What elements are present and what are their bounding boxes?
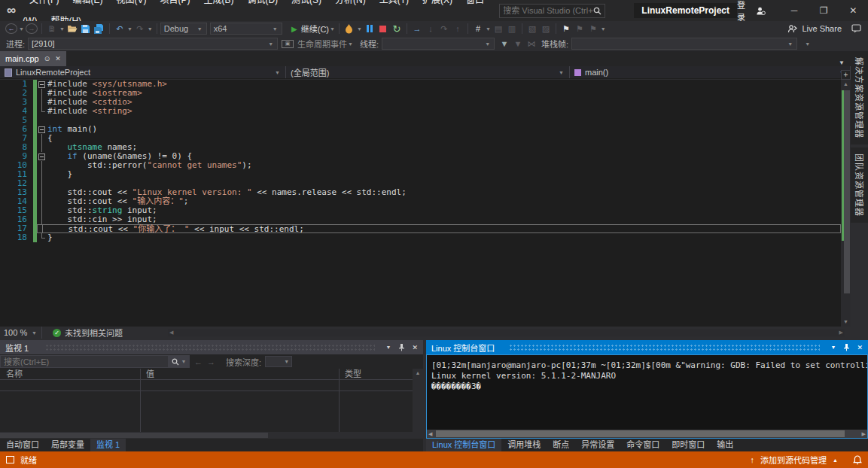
console-output[interactable]: [01;32m[manjaro@manjaro-pc[01;37m ~[01;3… bbox=[426, 354, 868, 439]
quick-search-box[interactable] bbox=[499, 4, 605, 18]
scroll-down-icon[interactable]: ▼ bbox=[841, 318, 851, 327]
close-panel-icon[interactable]: ✕ bbox=[412, 344, 418, 351]
hex-display-dropdown[interactable]: ▼ bbox=[486, 26, 491, 32]
maximize-button[interactable]: ❐ bbox=[809, 0, 839, 21]
window-menu-icon[interactable]: ▼ bbox=[831, 345, 836, 350]
menu-item[interactable]: 视图(V) bbox=[109, 0, 153, 5]
watch-panel-tab[interactable]: 局部变量 bbox=[45, 439, 90, 451]
undo-icon[interactable]: ↶ bbox=[114, 23, 126, 35]
sign-in-button[interactable]: 登录 bbox=[737, 0, 766, 23]
code-line[interactable]: 5 bbox=[0, 116, 841, 125]
console-panel-tab[interactable]: 异常设置 bbox=[575, 439, 620, 451]
search-depth-dropdown[interactable]: ▼ bbox=[265, 356, 292, 367]
column-separator[interactable] bbox=[339, 369, 340, 439]
bookmark-icon[interactable]: ⚑ bbox=[560, 23, 572, 35]
menu-item[interactable]: 项目(P) bbox=[153, 0, 196, 5]
code-line[interactable]: 17 std::cout << "你输入了： " << input << std… bbox=[0, 224, 841, 233]
menu-item[interactable]: 测试(S) bbox=[285, 0, 328, 5]
close-button[interactable]: ✕ bbox=[839, 0, 868, 21]
apply-code-changes-dropdown[interactable]: ▼ bbox=[357, 26, 362, 32]
column-header-type[interactable]: 类型 bbox=[339, 369, 413, 380]
watch-vertical-scrollbar[interactable]: ▲ bbox=[413, 369, 423, 439]
pin-icon[interactable] bbox=[843, 343, 850, 351]
new-file-icon[interactable]: 🗎 bbox=[46, 23, 58, 35]
apply-code-changes-icon[interactable] bbox=[343, 23, 355, 35]
bookmark-dropdown[interactable]: ▼ bbox=[601, 26, 606, 32]
tab-main-cpp[interactable]: main.cpp ⊙ ✕ bbox=[0, 51, 66, 66]
notifications-bell-icon[interactable] bbox=[853, 455, 862, 465]
editor-horizontal-scrollbar[interactable]: ◀ ▶ bbox=[168, 329, 845, 336]
step-backward-icon[interactable]: ▧ bbox=[526, 23, 538, 35]
console-panel-tab[interactable]: 断点 bbox=[547, 439, 575, 451]
navigate-back-icon[interactable]: ← bbox=[5, 23, 17, 34]
step-out-icon[interactable]: ↑ bbox=[452, 23, 464, 35]
source-control-dropdown-icon[interactable]: ▲ bbox=[833, 457, 838, 463]
undo-dropdown[interactable]: ▼ bbox=[127, 26, 132, 32]
redo-icon[interactable]: ↷ bbox=[134, 23, 146, 35]
scrollbar-thumb[interactable] bbox=[436, 430, 845, 437]
lifecycle-events-icon[interactable]: ▣ bbox=[282, 40, 294, 48]
scroll-up-icon[interactable]: ▲ bbox=[413, 369, 423, 378]
step-forward-icon[interactable]: ▨ bbox=[540, 23, 552, 35]
stop-debugging-icon[interactable] bbox=[377, 23, 389, 35]
scroll-right-icon[interactable]: ▶ bbox=[862, 430, 866, 438]
column-separator[interactable] bbox=[140, 369, 141, 439]
watch-horizontal-scrollbar[interactable] bbox=[0, 432, 413, 439]
pin-icon[interactable] bbox=[398, 343, 405, 351]
navigate-back-dropdown[interactable]: ▼ bbox=[19, 26, 24, 32]
watch-search-button[interactable]: ▼ bbox=[169, 355, 190, 368]
watch-panel-tab[interactable]: 自动窗口 bbox=[0, 439, 45, 451]
sidebar-tab-team-explorer[interactable]: 团队资源管理器 bbox=[851, 147, 868, 223]
fold-margin[interactable] bbox=[37, 125, 47, 134]
new-file-dropdown[interactable]: ▼ bbox=[59, 26, 65, 32]
save-all-icon[interactable] bbox=[93, 23, 105, 35]
fold-margin[interactable] bbox=[37, 80, 47, 89]
solution-platform-dropdown[interactable]: x64▼ bbox=[210, 23, 282, 35]
redo-dropdown[interactable]: ▼ bbox=[148, 26, 153, 32]
restart-icon[interactable]: ↻ bbox=[391, 23, 403, 35]
watch-grid[interactable]: 名称 值 类型 ▲ bbox=[0, 369, 423, 439]
code-line[interactable]: 4#include <string> bbox=[0, 107, 841, 116]
symbol-dropdown[interactable]: main() ▼ bbox=[570, 66, 851, 78]
zoom-dropdown[interactable]: 100 % ▼ bbox=[0, 327, 42, 339]
watch-search-input[interactable] bbox=[4, 357, 165, 366]
active-files-dropdown-icon[interactable]: ▼ bbox=[833, 59, 851, 66]
show-next-statement-icon[interactable]: → bbox=[411, 23, 423, 35]
toggle-flagged-icon[interactable]: ⋈ bbox=[525, 38, 538, 50]
watch-title-bar[interactable]: 监视 1 ▼ ✕ bbox=[0, 340, 423, 354]
code-line[interactable]: 10 std::perror("cannot get unames"); bbox=[0, 161, 841, 170]
quick-search-input[interactable] bbox=[503, 6, 593, 15]
close-panel-icon[interactable]: ✕ bbox=[857, 344, 863, 351]
console-panel-tab[interactable]: 调用堆栈 bbox=[501, 439, 547, 451]
scroll-right-icon[interactable]: ▶ bbox=[839, 329, 843, 336]
splitter-handle-icon[interactable]: + bbox=[841, 70, 851, 80]
lifecycle-events-label[interactable]: 生命周期事件 bbox=[297, 38, 347, 50]
break-all-icon[interactable] bbox=[364, 23, 376, 35]
console-panel-tab[interactable]: Linux 控制台窗口 bbox=[426, 439, 501, 451]
menu-item[interactable]: 生成(B) bbox=[196, 0, 240, 5]
menu-item[interactable]: 文件(F) bbox=[23, 0, 65, 5]
code-line[interactable]: 16 std::cin >> input; bbox=[0, 215, 841, 224]
thread-dropdown[interactable]: ▼ bbox=[382, 38, 495, 50]
watch-search-box[interactable] bbox=[0, 355, 169, 368]
menu-item[interactable]: 编辑(E) bbox=[65, 0, 109, 5]
pin-tab-icon[interactable]: ⊙ bbox=[44, 55, 50, 62]
console-horizontal-scrollbar[interactable]: ◀ ▶ bbox=[427, 430, 867, 438]
stack-frame-dropdown[interactable]: ▼ bbox=[571, 38, 797, 50]
column-header-value[interactable]: 值 bbox=[140, 369, 339, 380]
live-share-button[interactable]: Live Share bbox=[787, 24, 842, 34]
continue-dropdown[interactable]: ▼ bbox=[330, 26, 335, 32]
editor-vertical-scrollbar[interactable]: + ▲ ▼ bbox=[841, 80, 851, 327]
continue-label[interactable]: 继续(C) bbox=[301, 23, 329, 35]
lifecycle-events-dropdown[interactable]: ▼ bbox=[348, 41, 353, 47]
next-bookmark-icon[interactable]: ⚑ bbox=[587, 23, 599, 35]
sidebar-tab-solution-explorer[interactable]: 解决方案资源管理器 bbox=[851, 51, 868, 144]
project-dropdown[interactable]: LinuxRemoteProject ▼ bbox=[0, 66, 286, 78]
scroll-left-icon[interactable]: ◀ bbox=[428, 430, 432, 438]
parallel-stacks-icon[interactable]: ▥ bbox=[506, 23, 518, 35]
scroll-up-icon[interactable]: ▲ bbox=[841, 80, 851, 89]
console-panel-tab[interactable]: 即时窗口 bbox=[665, 439, 711, 451]
search-forward-icon[interactable]: → bbox=[207, 357, 215, 366]
continue-icon[interactable]: ▶ bbox=[288, 23, 300, 35]
console-panel-tab[interactable]: 命令窗口 bbox=[620, 439, 665, 451]
